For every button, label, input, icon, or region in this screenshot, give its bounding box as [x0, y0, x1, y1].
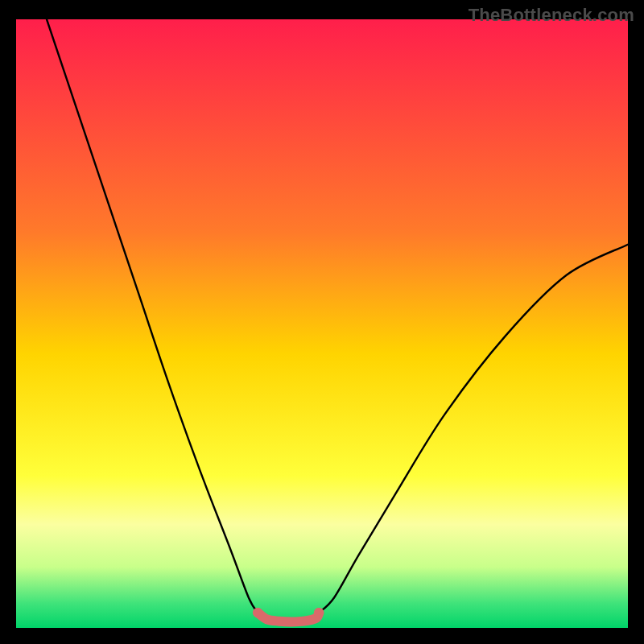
red-u-endpoint-right: [314, 608, 324, 617]
chart-frame: TheBottleneck.com: [0, 0, 644, 644]
bottleneck-chart: [0, 0, 644, 644]
watermark-text: TheBottleneck.com: [469, 5, 634, 26]
plot-background: [16, 19, 628, 628]
red-u-endpoint-left: [253, 608, 262, 617]
